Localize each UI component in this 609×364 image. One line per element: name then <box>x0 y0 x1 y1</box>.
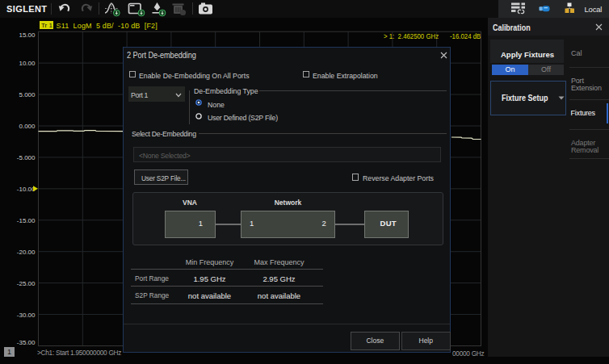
svg-text:-20.00: -20.00 <box>17 249 36 256</box>
svg-text:15.00: 15.00 <box>19 31 36 39</box>
svg-text:-5.000: -5.000 <box>17 154 36 161</box>
svg-text:-30.00: -30.00 <box>17 312 36 319</box>
svg-text:5.000: 5.000 <box>19 91 36 98</box>
svg-text:-35.00: -35.00 <box>17 339 36 346</box>
svg-text:10.00: 10.00 <box>19 60 36 67</box>
svg-text:0.000: 0.000 <box>19 123 36 130</box>
svg-text:-10.00: -10.00 <box>17 186 36 193</box>
svg-text:-25.00: -25.00 <box>17 280 36 287</box>
svg-text:-15.00: -15.00 <box>17 217 36 224</box>
